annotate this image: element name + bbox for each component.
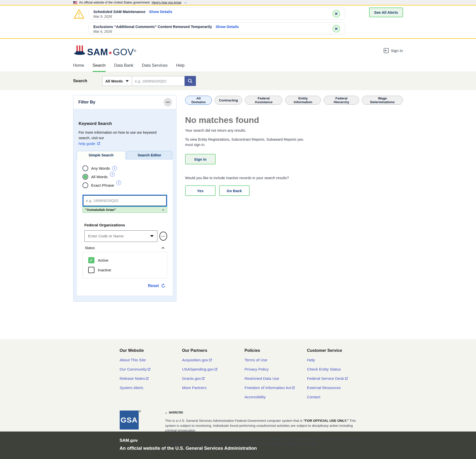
- footer-link-acquisition-gov[interactable]: Acquisition.gov: [182, 358, 245, 362]
- us-flag-icon: [73, 1, 77, 4]
- show-details-link[interactable]: Show Details: [149, 9, 172, 14]
- domain-tab-federal-assistance[interactable]: Federal Assistance: [245, 96, 282, 105]
- footer-link-help[interactable]: Help: [307, 358, 370, 362]
- external-link-icon: [214, 368, 217, 371]
- logo-text: SAM⋆GOV®: [87, 47, 136, 57]
- close-alert-button[interactable]: ✕: [333, 10, 340, 17]
- footer-link-about-this-site[interactable]: About This Site: [120, 358, 182, 362]
- all-words-radio[interactable]: [82, 174, 88, 180]
- keyword-tag-label: "Asmatullah Arian": [85, 208, 116, 212]
- footer-link-external-resources[interactable]: External Resources: [307, 386, 370, 390]
- footer-link-usaspending-gov[interactable]: USASpending.gov: [182, 367, 245, 372]
- usa-gov-banner: An official website of the United States…: [0, 0, 476, 5]
- collapse-filters-button[interactable]: [164, 98, 172, 106]
- chevron-down-icon: [184, 1, 187, 3]
- footer-link-system-alerts[interactable]: System Alerts: [120, 386, 182, 390]
- global-search-input[interactable]: [132, 76, 185, 86]
- close-icon: ✕: [334, 11, 338, 16]
- active-checkbox[interactable]: ✓: [88, 257, 94, 263]
- search-mode-select[interactable]: All Words: [102, 76, 132, 86]
- global-search-row: Search All Words: [0, 72, 476, 90]
- domain-tab-contracting[interactable]: Contracting: [215, 96, 242, 105]
- any-words-radio[interactable]: [82, 165, 88, 171]
- nav-item-data-bank[interactable]: Data Bank: [114, 62, 133, 72]
- close-alert-button[interactable]: ✕: [333, 25, 340, 32]
- footer-link-release-notes[interactable]: Release Notes: [120, 376, 182, 381]
- external-link-icon: [147, 368, 150, 371]
- footer-official-website-text: An official website of the U.S. General …: [120, 446, 403, 451]
- uncle-sam-hat-icon: ★★★: [73, 44, 86, 57]
- warning-heading: WARNING: [169, 411, 183, 415]
- tab-simple-search[interactable]: Simple Search: [77, 151, 126, 159]
- bottom-footer: SAM.gov An official website of the U.S. …: [0, 432, 476, 459]
- search-submit-button[interactable]: [185, 76, 196, 86]
- help-guide-link[interactable]: help guide: [79, 142, 95, 146]
- external-link-icon: [292, 386, 295, 389]
- sign-in-icon: [384, 48, 389, 53]
- keyword-search-input[interactable]: [83, 195, 166, 206]
- footer-link-restricted-data-use[interactable]: Restricted Data Use: [245, 376, 307, 381]
- nav-item-search[interactable]: Search: [93, 62, 106, 72]
- federal-org-combobox[interactable]: Enter Code or Name: [84, 230, 158, 242]
- show-details-link[interactable]: Show Details: [216, 24, 239, 29]
- yes-button[interactable]: Yes: [185, 185, 216, 196]
- include-inactive-question: Would you like to include inactive recor…: [185, 176, 403, 180]
- info-icon[interactable]: i: [116, 180, 121, 185]
- alert-date: Mar 6, 2026: [93, 29, 327, 33]
- close-icon: ✕: [334, 26, 338, 31]
- footer-link-terms-of-use[interactable]: Terms of Use: [245, 358, 307, 362]
- domain-tab-entity-information[interactable]: Entity Information: [285, 96, 321, 105]
- inactive-label: Inactive: [98, 268, 111, 272]
- tab-search-editor[interactable]: Search Editor: [127, 151, 172, 159]
- footer-link-privacy-policy[interactable]: Privacy Policy: [245, 367, 307, 372]
- all-words-label: All Words: [91, 175, 108, 179]
- footer-link-federal-service-desk[interactable]: Federal Service Desk: [307, 376, 370, 381]
- alert-title: Scheduled SAM Maintenance: [93, 9, 145, 14]
- see-all-alerts-button[interactable]: See All Alerts: [369, 7, 403, 17]
- footer-link-our-community[interactable]: Our Community: [120, 367, 182, 372]
- footer-link-grants-gov[interactable]: Grants.gov: [182, 376, 245, 381]
- nav-item-help[interactable]: Help: [176, 62, 185, 72]
- info-icon[interactable]: i: [110, 172, 115, 177]
- gsa-logo: GSA®: [120, 411, 139, 430]
- footer-link-foia[interactable]: Freedom of Information Act: [245, 386, 307, 390]
- federal-org-more-button[interactable]: ...: [159, 232, 167, 241]
- info-icon[interactable]: i: [112, 166, 117, 171]
- inactive-checkbox[interactable]: [88, 267, 94, 273]
- exact-phrase-radio[interactable]: [82, 182, 88, 188]
- alert-card: Scheduled SAM Maintenance Show Details M…: [89, 7, 345, 19]
- sign-in-link[interactable]: Sign In: [384, 48, 403, 53]
- nav-item-data-services[interactable]: Data Services: [142, 62, 168, 72]
- footer-link-check-entity-status[interactable]: Check Entity Status: [307, 367, 370, 372]
- sign-in-button[interactable]: Sign In: [185, 154, 216, 164]
- footer-heading-our-partners: Our Partners: [182, 348, 245, 353]
- main-nav: Home Search Data Bank Data Services Help: [0, 62, 476, 72]
- keyword-tag: "Asmatullah Arian" ×: [82, 207, 167, 213]
- sam-gov-logo[interactable]: ★★★ SAM⋆GOV®: [73, 44, 136, 57]
- domain-tab-all-domains[interactable]: All Domains: [185, 96, 212, 105]
- footer-heading-policies: Policies: [245, 348, 307, 353]
- domain-tab-wage-determinations[interactable]: Wage Determinations: [362, 96, 403, 105]
- search-label: Search: [73, 78, 91, 83]
- domain-tab-federal-hierarchy[interactable]: Federal Hierarchy: [324, 96, 359, 105]
- heres-how-link[interactable]: Here's how you know: [152, 1, 181, 4]
- footer-link-accessibility[interactable]: Accessibility: [245, 395, 307, 399]
- remove-tag-icon[interactable]: ×: [162, 208, 164, 212]
- reset-filters-link[interactable]: Reset: [148, 284, 159, 288]
- nav-item-home[interactable]: Home: [73, 62, 84, 72]
- federal-organizations-heading: Federal Organizations: [84, 223, 167, 227]
- footer-sam-gov-title: SAM.gov: [120, 438, 403, 443]
- filter-by-title: Filter By: [78, 100, 95, 105]
- status-label: Status: [85, 246, 95, 250]
- site-header: ★★★ SAM⋆GOV® Sign In: [0, 39, 476, 62]
- chevron-up-icon[interactable]: [161, 247, 165, 250]
- footer-link-contact[interactable]: Contact: [307, 395, 370, 399]
- site-footer: Our Website About This Site Our Communit…: [0, 339, 476, 432]
- alert-title: Exclusions “Additional Comments” Content…: [93, 24, 212, 29]
- warning-triangle-icon: [73, 7, 89, 34]
- alert-date: Mar 9, 2026: [93, 14, 327, 18]
- caret-down-icon: [150, 235, 154, 237]
- footer-link-more-partners[interactable]: More Partners: [182, 386, 245, 390]
- external-link-icon: [345, 377, 348, 380]
- go-back-button[interactable]: Go Back: [219, 185, 250, 196]
